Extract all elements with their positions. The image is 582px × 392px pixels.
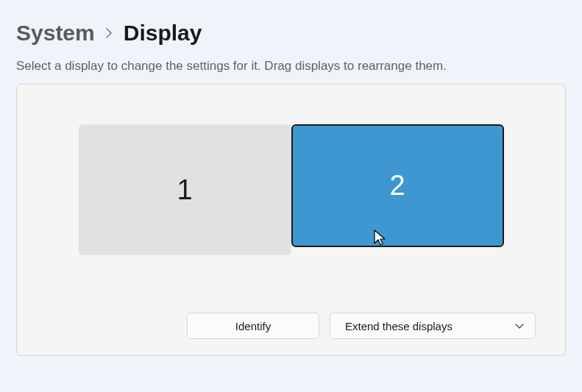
- breadcrumb: System Display: [0, 0, 582, 59]
- monitor-canvas[interactable]: 1 2: [46, 124, 536, 295]
- panel-actions: Identify Extend these displays: [46, 313, 536, 339]
- display-number: 2: [389, 170, 405, 202]
- identify-button[interactable]: Identify: [187, 313, 319, 339]
- chevron-right-icon: [105, 24, 113, 43]
- display-arrange-panel: 1 2 Identify Extend these displays: [16, 84, 566, 356]
- helper-text: Select a display to change the settings …: [0, 59, 582, 84]
- cursor-icon: [372, 221, 387, 253]
- button-label: Identify: [235, 320, 271, 332]
- chevron-down-icon: [514, 322, 525, 329]
- display-tile-1[interactable]: 1: [79, 124, 291, 255]
- dropdown-label: Extend these displays: [345, 320, 453, 332]
- breadcrumb-parent-link[interactable]: System: [16, 21, 95, 46]
- display-number: 1: [177, 174, 192, 206]
- display-mode-dropdown[interactable]: Extend these displays: [330, 313, 536, 339]
- display-tile-2[interactable]: 2: [291, 124, 504, 247]
- page-title: Display: [124, 21, 202, 46]
